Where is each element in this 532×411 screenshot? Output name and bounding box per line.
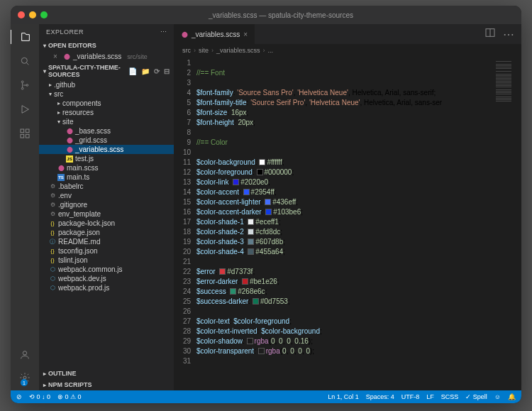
extensions-icon[interactable] — [18, 126, 32, 141]
search-icon[interactable] — [18, 54, 32, 68]
tab-variables-scss[interactable]: ⬤ _variables.scss × — [174, 24, 255, 44]
eol[interactable]: LF — [426, 393, 434, 400]
new-file-icon[interactable]: 📄 — [128, 67, 137, 75]
code-line[interactable]: $color-shade-2: #cfd8dc; — [196, 227, 493, 237]
folder-item[interactable]: ▸resources — [39, 108, 174, 117]
cursor-position[interactable]: Ln 1, Col 1 — [328, 393, 359, 400]
language-mode[interactable]: SCSS — [441, 393, 459, 400]
file-item[interactable]: {}tslint.json — [39, 256, 174, 265]
more-icon[interactable]: ⋯ — [160, 28, 167, 35]
code-line[interactable] — [196, 58, 493, 68]
code-line[interactable]: $color-accent-lighter: #436eff; — [196, 197, 493, 207]
npm-scripts-section[interactable]: ▸ NPM SCRIPTS — [39, 379, 174, 390]
titlebar[interactable]: _variables.scss — spatula-city-theme-sou… — [11, 6, 521, 24]
collapse-icon[interactable]: ⊟ — [164, 67, 170, 75]
folder-item[interactable]: ▾site — [39, 117, 174, 126]
file-item[interactable]: ⬤_base.scss — [39, 126, 174, 136]
file-item[interactable]: ⚙env_template — [39, 209, 174, 219]
indentation[interactable]: Spaces: 4 — [366, 393, 394, 400]
code-line[interactable]: $color-shade-1: #eceff1; — [196, 217, 493, 227]
more-actions-icon[interactable]: ⋯ — [503, 28, 514, 41]
notifications-icon[interactable]: 🔔 — [508, 393, 516, 400]
file-item[interactable]: ⬤main.scss — [39, 163, 174, 172]
new-folder-icon[interactable]: 📁 — [141, 67, 150, 75]
code-line[interactable]: $color-background: #ffffff; — [196, 158, 493, 168]
file-item[interactable]: ⚙.env — [39, 191, 174, 200]
minimize-window-button[interactable] — [29, 11, 36, 18]
editor[interactable]: 1234567891011121314151617181920212223242… — [174, 57, 521, 390]
code-line[interactable]: $color-shade-3: #607d8b; — [196, 237, 493, 247]
account-icon[interactable] — [18, 348, 32, 362]
sync-status[interactable]: ⟲ 0 ↓ 0 — [29, 393, 50, 400]
code-line[interactable]: $color-accent-darker: #103be6; — [196, 207, 493, 217]
code-line[interactable]: $error-darker: #be1e26; — [196, 277, 493, 287]
remote-indicator[interactable]: ⊘ — [16, 393, 22, 400]
file-item[interactable]: ⚙.gitignore — [39, 200, 174, 209]
code-line[interactable] — [196, 128, 493, 138]
project-section[interactable]: ▾ SPATULA-CITY-THEME-SOURCES 📄 📁 ⟳ ⊟ — [39, 62, 174, 80]
code-line[interactable]: //== Font — [196, 68, 493, 78]
code-line[interactable]: //== Color — [196, 138, 493, 148]
breadcrumb-item[interactable]: site — [199, 47, 209, 54]
code-line[interactable]: $color-shadow: rgba(0, 0, 0, 0.16); — [196, 336, 493, 346]
split-editor-icon[interactable] — [484, 27, 496, 41]
open-editors-section[interactable]: ▾ OPEN EDITORS — [39, 40, 174, 51]
file-item[interactable]: ⚙.babelrc — [39, 182, 174, 191]
code-line[interactable]: $success: #268e6c; — [196, 287, 493, 297]
file-item[interactable]: ⬡webpack.common.js — [39, 265, 174, 274]
file-item[interactable]: ⬤_variables.scss — [39, 145, 174, 154]
breadcrumb-item[interactable]: ... — [268, 47, 274, 54]
encoding[interactable]: UTF-8 — [401, 393, 420, 400]
file-item[interactable]: ⬤_grid.scss — [39, 136, 174, 145]
file-tree[interactable]: ▸.github▾src▸components▸resources▾site⬤_… — [39, 80, 174, 368]
close-window-button[interactable] — [18, 11, 25, 18]
code-line[interactable]: $font-height: 20px; — [196, 118, 493, 128]
source-control-icon[interactable] — [18, 78, 32, 92]
code-line[interactable]: $font-size: 16px; — [196, 108, 493, 118]
code-line[interactable]: $color-text: $color-foreground; — [196, 317, 493, 327]
breadcrumb-item[interactable]: src — [182, 47, 191, 54]
explorer-icon[interactable] — [11, 30, 38, 44]
code-line[interactable]: $font-family-title: 'Source Serif Pro', … — [196, 98, 493, 108]
code-line[interactable] — [196, 307, 493, 317]
refresh-icon[interactable]: ⟳ — [154, 67, 160, 75]
code-line[interactable] — [196, 257, 493, 267]
code-line[interactable] — [196, 78, 493, 88]
debug-icon[interactable] — [18, 102, 32, 116]
code-line[interactable]: $color-shade-4: #455a64; — [196, 247, 493, 257]
code-line[interactable] — [196, 148, 493, 158]
file-item[interactable]: TSmain.ts — [39, 172, 174, 182]
maximize-window-button[interactable] — [40, 11, 48, 18]
folder-item[interactable]: ▸.github — [39, 80, 174, 89]
folder-item[interactable]: ▸components — [39, 99, 174, 108]
folder-item[interactable]: ▾src — [39, 89, 174, 99]
code-line[interactable]: $color-text-inverted: $color-background; — [196, 327, 493, 336]
breadcrumb-item[interactable]: _variables.scss — [216, 47, 260, 54]
close-tab-icon[interactable]: × — [243, 31, 248, 38]
code-line[interactable]: $color-transparent: rgba(0, 0, 0, 0); — [196, 346, 493, 356]
file-item[interactable]: ⬡webpack.dev.js — [39, 274, 174, 283]
spell-check[interactable]: ✓ Spell — [465, 393, 487, 400]
close-icon[interactable]: × — [53, 53, 60, 60]
breadcrumbs[interactable]: src›site›_variables.scss›... — [174, 44, 521, 57]
settings-gear-icon[interactable]: 1 — [18, 371, 32, 385]
file-item[interactable]: ⓘREADME.md — [39, 237, 174, 246]
outline-section[interactable]: ▸ OUTLINE — [39, 368, 174, 379]
code-line[interactable]: $font-family: 'Source Sans Pro', 'Helvet… — [196, 88, 493, 98]
code-line[interactable]: $color-link: #2020e0; — [196, 177, 493, 187]
file-item[interactable]: JStest.js — [39, 154, 174, 163]
code-line[interactable]: $color-foreground: #000000; — [196, 168, 493, 177]
file-item[interactable]: ⬡webpack.prod.js — [39, 283, 174, 292]
code-line[interactable]: $error: #d7373f; — [196, 267, 493, 277]
file-item[interactable]: {}tsconfig.json — [39, 246, 174, 256]
code-line[interactable]: $color-accent: #2954ff; — [196, 187, 493, 197]
file-item[interactable]: {}package.json — [39, 228, 174, 237]
feedback-icon[interactable]: ☺ — [494, 393, 501, 400]
open-editor-item[interactable]: ×⬤_variables.scsssrc/site — [39, 51, 174, 62]
code-content[interactable]: //== Font$font-family: 'Source Sans Pro'… — [196, 57, 493, 390]
problems-status[interactable]: ⊗ 0 ⚠ 0 — [57, 393, 82, 400]
code-line[interactable]: $success-darker: #0d7553; — [196, 297, 493, 307]
file-item[interactable]: {}package-lock.json — [39, 219, 174, 228]
code-line[interactable] — [196, 356, 493, 366]
minimap[interactable] — [493, 57, 521, 390]
